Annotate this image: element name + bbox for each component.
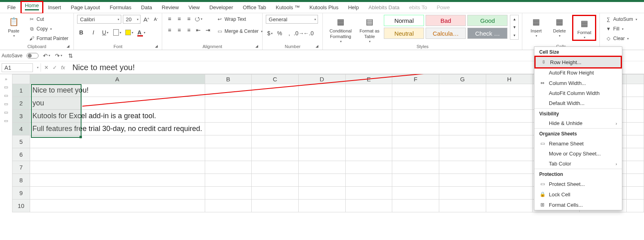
name-box[interactable]: A1	[2, 63, 33, 72]
col-header-next[interactable]	[626, 75, 644, 84]
tab-insert[interactable]: Insert	[43, 3, 66, 12]
tab-hidden-2[interactable]: Powe	[432, 3, 455, 12]
delete-cells-button[interactable]: ▦ Delete▾	[549, 15, 570, 38]
font-size-select[interactable]: 20▾	[123, 15, 141, 24]
menu-row-height[interactable]: ⇳ Row Height...	[536, 57, 621, 67]
borders-button[interactable]: ▾	[113, 28, 121, 36]
fill-button[interactable]: ▼Fill▾	[603, 24, 639, 33]
number-format-select[interactable]: General▾	[266, 15, 318, 24]
panel-icon-4[interactable]: ▭	[4, 110, 8, 115]
cell-A2[interactable]: you	[30, 97, 205, 110]
col-header-B[interactable]: B	[205, 75, 252, 84]
cell-A3[interactable]: Kutools for Excel add-in is a great tool…	[30, 110, 205, 123]
row-header-4[interactable]: 4	[12, 123, 30, 135]
font-name-select[interactable]: Calibri▾	[77, 15, 121, 24]
tab-file[interactable]: File	[2, 3, 20, 12]
italic-button[interactable]: I	[89, 28, 97, 36]
menu-autofit-col[interactable]: AutoFit Column Width	[534, 88, 622, 98]
col-header-C[interactable]: C	[252, 75, 299, 84]
col-header-D[interactable]: D	[298, 75, 345, 84]
copy-button[interactable]: ⧉Copy▾	[26, 24, 70, 33]
dialog-launcher-icon[interactable]: ◢	[65, 44, 70, 49]
tab-developer[interactable]: Developer	[204, 3, 238, 12]
cancel-formula-icon[interactable]: ✕	[44, 65, 49, 71]
increase-indent-button[interactable]: ⇥	[204, 26, 212, 34]
menu-hide-unhide[interactable]: Hide & Unhide›	[534, 118, 622, 128]
styles-expand[interactable]: ▾	[510, 31, 518, 39]
shrink-font-button[interactable]: Aˇ	[152, 15, 160, 23]
styles-scroll-up[interactable]: ▲	[510, 15, 518, 23]
redo-button[interactable]: ↷▾	[55, 52, 63, 60]
paste-button[interactable]: 📋 Paste▾	[3, 15, 24, 38]
fill-color-button[interactable]: ▾	[125, 28, 133, 36]
styles-scroll-down[interactable]: ▼	[510, 23, 518, 31]
tab-formulas[interactable]: Formulas	[105, 3, 136, 12]
menu-autofit-row[interactable]: AutoFit Row Height	[534, 68, 622, 78]
menu-col-width[interactable]: ⇔Column Width...	[534, 78, 622, 88]
menu-format-cells[interactable]: ⊞Format Cells...	[534, 200, 622, 210]
menu-lock-cell[interactable]: 🔒Lock Cell	[534, 189, 622, 200]
expand-icon[interactable]: »	[5, 77, 7, 81]
percent-button[interactable]: %	[275, 29, 283, 37]
style-calculation[interactable]: Calcula…	[426, 28, 466, 39]
comma-button[interactable]: ,	[285, 29, 293, 37]
tab-help[interactable]: Help	[343, 3, 364, 12]
cell-B1[interactable]	[205, 84, 252, 97]
align-top-button[interactable]: ≡	[165, 15, 173, 23]
select-all-corner[interactable]	[12, 75, 30, 84]
tab-view[interactable]: View	[183, 3, 204, 12]
row-header-5[interactable]: 5	[12, 135, 30, 148]
clear-button[interactable]: ◇Clear▾	[603, 34, 639, 43]
align-right-button[interactable]: ≡	[185, 26, 193, 34]
tab-hidden-1[interactable]: ebits To	[404, 3, 432, 12]
row-header-3[interactable]: 3	[12, 110, 30, 123]
tab-office-tab[interactable]: Office Tab	[238, 3, 271, 12]
panel-icon-1[interactable]: ▭	[4, 85, 8, 90]
decrease-decimal-button[interactable]: ←.0	[304, 29, 312, 37]
menu-rename-sheet[interactable]: ▭Rename Sheet	[534, 138, 622, 149]
align-left-button[interactable]: ≡	[165, 26, 173, 34]
bold-button[interactable]: B	[77, 28, 85, 36]
style-normal[interactable]: Normal	[384, 15, 424, 26]
col-header-E[interactable]: E	[345, 75, 392, 84]
grow-font-button[interactable]: A^	[142, 15, 150, 23]
accounting-button[interactable]: $▾	[266, 29, 274, 37]
conditional-formatting-button[interactable]: ▦ ConditionalFormatting▾	[326, 15, 355, 43]
align-middle-button[interactable]: ≡	[175, 15, 183, 23]
sort-filter-button[interactable]: A↓Z Sort & Filter▾	[642, 15, 644, 42]
dialog-launcher-icon[interactable]: ◢	[154, 44, 159, 49]
style-bad[interactable]: Bad	[426, 15, 466, 26]
cell-A4[interactable]: Full features free trial 30-day, no cred…	[30, 123, 205, 135]
format-painter-button[interactable]: 🖌Format Painter	[26, 34, 70, 43]
style-neutral[interactable]: Neutral	[384, 28, 424, 39]
tab-review[interactable]: Review	[157, 3, 184, 12]
fx-icon[interactable]: fx	[61, 65, 65, 71]
increase-decimal-button[interactable]: .0→	[295, 29, 303, 37]
panel-icon-2[interactable]: ▭	[4, 93, 8, 98]
row-header-1[interactable]: 1	[12, 84, 30, 97]
merge-center-button[interactable]: ▭Merge & Center▾	[214, 27, 265, 36]
dialog-launcher-icon[interactable]: ◢	[314, 44, 319, 49]
cut-button[interactable]: ✂Cut	[26, 15, 70, 24]
align-bottom-button[interactable]: ≡	[185, 15, 193, 23]
row-header-6[interactable]: 6	[12, 148, 30, 161]
tab-home[interactable]: Home	[20, 1, 43, 14]
align-center-button[interactable]: ≡	[175, 26, 183, 34]
col-header-F[interactable]: F	[392, 75, 439, 84]
tab-data[interactable]: Data	[136, 3, 157, 12]
col-header-A[interactable]: A	[30, 75, 205, 84]
cell-A1[interactable]: Nice to meet you!	[30, 84, 205, 97]
cell-styles-gallery[interactable]: Normal Bad Good Neutral Calcula… Check …	[384, 15, 507, 39]
row-header-10[interactable]: 10	[12, 200, 30, 212]
col-header-G[interactable]: G	[439, 75, 486, 84]
autosave-toggle[interactable]	[26, 53, 39, 58]
tab-page-layout[interactable]: Page Layout	[66, 3, 105, 12]
row-header-2[interactable]: 2	[12, 97, 30, 110]
format-as-table-button[interactable]: ▤ Format asTable▾	[357, 15, 381, 43]
row-header-8[interactable]: 8	[12, 174, 30, 187]
menu-protect-sheet[interactable]: ▭Protect Sheet...	[534, 179, 622, 189]
format-cells-button[interactable]: ▦ Format▾	[574, 16, 595, 39]
tab-kutools[interactable]: Kutools ™	[271, 3, 305, 12]
style-good[interactable]: Good	[467, 15, 507, 26]
enter-formula-icon[interactable]: ✓	[53, 65, 57, 71]
